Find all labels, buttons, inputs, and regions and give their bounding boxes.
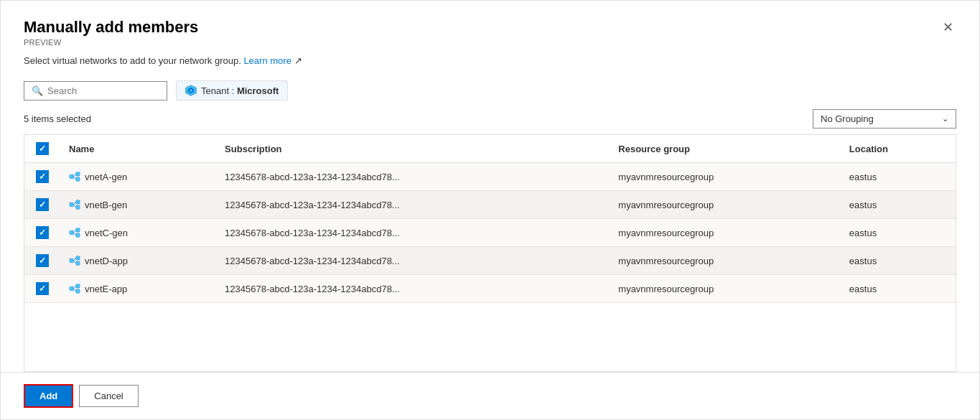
grouping-label: No Grouping [821, 113, 874, 124]
tenant-icon [185, 85, 197, 96]
svg-line-12 [73, 205, 76, 207]
row-name: vnetE-app [85, 284, 127, 294]
svg-line-22 [73, 261, 76, 263]
row-location-cell: eastus [841, 275, 956, 303]
vnet-icon [69, 255, 80, 266]
members-table: Name Subscription Resource group Locatio… [24, 135, 956, 303]
table-header-row: Name Subscription Resource group Locatio… [24, 135, 956, 163]
items-selected-count: 5 items selected [24, 113, 91, 124]
svg-rect-5 [76, 177, 80, 181]
svg-rect-24 [76, 284, 80, 288]
col-header-resource-group: Resource group [610, 135, 841, 163]
row-name-cell: vnetD-app [60, 247, 216, 275]
add-button[interactable]: Add [24, 384, 73, 408]
dialog-header: Manually add members PREVIEW ✕ [1, 1, 979, 52]
svg-line-21 [73, 258, 76, 261]
toolbar: 🔍 Tenant : Microsoft [1, 75, 979, 106]
row-checkbox[interactable] [36, 198, 49, 211]
svg-rect-9 [76, 200, 80, 204]
table-body: vnetA-gen 12345678-abcd-123a-1234-1234ab… [24, 163, 956, 303]
vnet-icon [69, 227, 80, 238]
table-container: Name Subscription Resource group Locatio… [24, 134, 956, 372]
col-header-subscription: Subscription [216, 135, 610, 163]
row-checkbox-cell[interactable] [24, 219, 60, 247]
svg-rect-18 [70, 259, 73, 263]
svg-rect-8 [70, 203, 73, 207]
select-all-checkbox-header[interactable] [24, 135, 60, 163]
svg-rect-14 [76, 228, 80, 232]
col-header-name: Name [60, 135, 216, 163]
svg-line-27 [73, 289, 76, 291]
row-subscription-cell: 12345678-abcd-123a-1234-1234abcd78... [216, 247, 610, 275]
row-subscription-cell: 12345678-abcd-123a-1234-1234abcd78... [216, 275, 610, 303]
row-location-cell: eastus [841, 219, 956, 247]
row-subscription-cell: 12345678-abcd-123a-1234-1234abcd78... [216, 219, 610, 247]
dialog: Manually add members PREVIEW ✕ Select vi… [0, 0, 980, 420]
row-name-cell: vnetA-gen [60, 163, 216, 191]
row-checkbox[interactable] [36, 170, 49, 183]
row-checkbox-cell[interactable] [24, 163, 60, 191]
search-icon: 🔍 [32, 85, 43, 96]
tenant-selector[interactable]: Tenant : Microsoft [176, 80, 288, 101]
row-name: vnetC-gen [85, 228, 128, 238]
svg-rect-15 [76, 233, 80, 237]
row-checkbox[interactable] [36, 226, 49, 239]
row-resource-group-cell: myavnmresourcegroup [610, 163, 841, 191]
row-resource-group-cell: myavnmresourcegroup [610, 275, 841, 303]
table-row: vnetB-gen 12345678-abcd-123a-1234-1234ab… [24, 191, 956, 219]
row-subscription-cell: 12345678-abcd-123a-1234-1234abcd78... [216, 163, 610, 191]
row-subscription-cell: 12345678-abcd-123a-1234-1234abcd78... [216, 191, 610, 219]
row-checkbox-cell[interactable] [24, 275, 60, 303]
svg-rect-25 [76, 289, 80, 293]
row-location-cell: eastus [841, 247, 956, 275]
vnet-icon [69, 283, 80, 294]
svg-line-11 [73, 202, 76, 205]
chevron-down-icon: ⌄ [942, 114, 948, 123]
learn-more-link[interactable]: Learn more [243, 55, 291, 66]
status-bar: 5 items selected No Grouping ⌄ [1, 106, 979, 134]
svg-line-17 [73, 233, 76, 235]
dialog-subtitle: PREVIEW [24, 38, 198, 47]
row-checkbox[interactable] [36, 282, 49, 295]
svg-line-6 [73, 174, 76, 177]
close-button[interactable]: ✕ [940, 18, 956, 37]
header-checkbox[interactable] [36, 142, 49, 155]
grouping-dropdown[interactable]: No Grouping ⌄ [813, 109, 956, 129]
vnet-icon [69, 171, 80, 182]
dialog-description: Select virtual networks to add to your n… [1, 52, 979, 75]
svg-rect-4 [76, 172, 80, 176]
row-name-cell: vnetE-app [60, 275, 216, 303]
svg-rect-19 [76, 256, 80, 260]
cancel-button[interactable]: Cancel [79, 385, 138, 407]
title-block: Manually add members PREVIEW [24, 18, 198, 47]
col-header-location: Location [841, 135, 956, 163]
row-checkbox[interactable] [36, 254, 49, 267]
svg-line-26 [73, 286, 76, 289]
tenant-label: Tenant : Microsoft [201, 85, 279, 96]
row-name: vnetD-app [85, 256, 128, 266]
table-row: vnetE-app 12345678-abcd-123a-1234-1234ab… [24, 275, 956, 303]
svg-line-7 [73, 177, 76, 179]
svg-rect-23 [70, 287, 73, 291]
table-row: vnetC-gen 12345678-abcd-123a-1234-1234ab… [24, 219, 956, 247]
row-name: vnetB-gen [85, 200, 127, 210]
svg-rect-3 [70, 175, 73, 179]
search-box[interactable]: 🔍 [24, 81, 167, 101]
table-row: vnetA-gen 12345678-abcd-123a-1234-1234ab… [24, 163, 956, 191]
row-checkbox-cell[interactable] [24, 247, 60, 275]
svg-rect-13 [70, 231, 73, 235]
svg-rect-20 [76, 261, 80, 265]
dialog-footer: Add Cancel [1, 372, 979, 419]
search-input[interactable] [47, 85, 159, 96]
row-location-cell: eastus [841, 191, 956, 219]
row-location-cell: eastus [841, 163, 956, 191]
row-resource-group-cell: myavnmresourcegroup [610, 219, 841, 247]
row-checkbox-cell[interactable] [24, 191, 60, 219]
vnet-icon [69, 199, 80, 210]
row-name-cell: vnetC-gen [60, 219, 216, 247]
table-row: vnetD-app 12345678-abcd-123a-1234-1234ab… [24, 247, 956, 275]
row-resource-group-cell: myavnmresourcegroup [610, 247, 841, 275]
dialog-title: Manually add members [24, 18, 198, 37]
row-resource-group-cell: myavnmresourcegroup [610, 191, 841, 219]
row-name: vnetA-gen [85, 172, 127, 182]
